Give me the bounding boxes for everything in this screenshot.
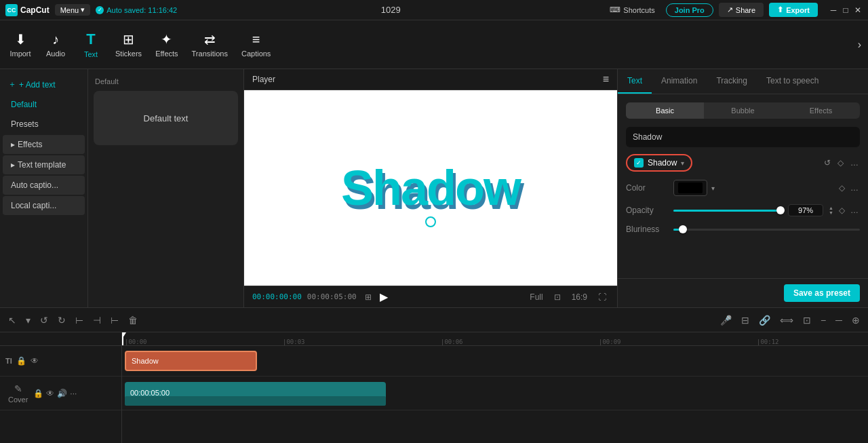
save-preset-button[interactable]: Save as preset — [784, 284, 860, 302]
select-tool-button[interactable]: ↖ — [5, 312, 19, 328]
ruler-tick-4: |00:12 — [757, 339, 779, 345]
main-more-icon[interactable]: ··· — [70, 389, 77, 398]
sidebar-item-auto-caption[interactable]: Auto captio... — [3, 176, 85, 195]
trim-right-button[interactable]: ⊢ — [108, 312, 121, 328]
play-button[interactable]: ▶ — [380, 290, 388, 303]
split-audio-button[interactable]: ⟺ — [777, 312, 796, 328]
timeline-ruler: |00:00 |00:03 |00:06 |00:09 |00:12 — [122, 332, 868, 346]
toolbar-transitions[interactable]: ⇄ Transitions — [185, 27, 235, 62]
toolbar-audio-label: Audio — [46, 50, 65, 58]
player-menu-button[interactable]: ≡ — [603, 73, 609, 85]
tab-animation[interactable]: Animation — [652, 69, 707, 94]
tab-tracking[interactable]: Tracking — [707, 69, 757, 94]
multicam-button[interactable]: ⊡ — [800, 312, 814, 328]
add-text-button[interactable]: ＋ + Add text — [0, 75, 87, 94]
default-text-card[interactable]: Default text — [94, 91, 238, 145]
zoom-slider[interactable]: ─ — [833, 312, 845, 328]
color-dropdown-button[interactable]: ▾ — [711, 185, 715, 192]
share-button[interactable]: ↗ Share — [719, 3, 764, 17]
bluriness-thumb[interactable] — [679, 225, 687, 233]
sidebar-item-text-template[interactable]: ▸ Text template — [3, 155, 85, 174]
cover-button[interactable]: ✎ Cover — [5, 381, 31, 406]
opacity-fill — [673, 210, 781, 212]
tab-text[interactable]: Text — [618, 69, 652, 94]
toolbar-import[interactable]: ⬇ Import — [3, 27, 38, 62]
sidebar-item-local-caption[interactable]: Local capti... — [3, 196, 85, 215]
toolbar-text[interactable]: T Text — [73, 26, 108, 62]
delete-button[interactable]: 🗑 — [125, 312, 140, 328]
close-button[interactable]: ✕ — [853, 5, 863, 15]
right-panel-tabs: Text Animation Tracking Text to speech — [618, 69, 868, 94]
opacity-value-input[interactable] — [788, 204, 823, 216]
menu-button[interactable]: Menu ▾ — [55, 4, 91, 16]
main-visibility-icon[interactable]: 👁 — [46, 389, 54, 398]
opacity-row: Opacity ▲ ▼ ◇ … — [626, 204, 860, 216]
color-swatch[interactable] — [673, 180, 707, 196]
reset-button[interactable]: ↺ — [823, 158, 832, 168]
zoom-fit-button[interactable]: ⊕ — [849, 312, 863, 328]
effect-tab-effects[interactable]: Effects — [782, 102, 860, 119]
opacity-more-button[interactable]: … — [849, 206, 860, 215]
opacity-keyframe-button[interactable]: ◇ — [837, 206, 846, 215]
toolbar-stickers[interactable]: ⊞ Stickers — [108, 27, 149, 62]
toolbar-audio[interactable]: ♪ Audio — [38, 28, 73, 62]
lock-icon[interactable]: 🔒 — [16, 356, 26, 366]
timeline-body: TI 🔒 👁 ✎ Cover 🔒 👁 🔊 ··· — [0, 332, 868, 443]
keyframe-button[interactable]: ◇ — [836, 158, 845, 168]
toolbar-more-button[interactable]: › — [854, 35, 865, 55]
visibility-icon[interactable]: 👁 — [31, 356, 39, 366]
split-button[interactable]: ⊢ — [73, 312, 86, 328]
sidebar-item-default[interactable]: Default — [3, 95, 85, 114]
screenshot-button[interactable]: ⊡ — [551, 291, 564, 303]
join-pro-button[interactable]: Join Pro — [666, 3, 713, 17]
tab-text-to-speech[interactable]: Text to speech — [757, 69, 828, 94]
color-more-button[interactable]: … — [849, 183, 860, 193]
maximize-button[interactable]: □ — [841, 5, 850, 15]
player-canvas: Shadow — [244, 90, 617, 286]
main-area: ＋ + Add text Default Presets ▸ Effects ▸… — [0, 69, 868, 307]
shadow-effect-chip[interactable]: ✓ Shadow ▾ — [626, 154, 692, 172]
playhead[interactable] — [122, 332, 123, 345]
opacity-label: Opacity — [626, 206, 673, 215]
project-id: 1029 — [182, 5, 599, 15]
trim-left-button[interactable]: ⊣ — [90, 312, 104, 328]
text-clip-shadow[interactable]: Shadow — [125, 351, 257, 371]
effect-name-input[interactable] — [626, 127, 860, 147]
main-lock-icon[interactable]: 🔒 — [33, 389, 43, 398]
left-sidebar: ＋ + Add text Default Presets ▸ Effects ▸… — [0, 69, 88, 307]
effect-tab-bubble[interactable]: Bubble — [704, 102, 782, 119]
fullscreen-button[interactable]: ⛶ — [595, 291, 609, 303]
playhead-handle[interactable] — [122, 332, 126, 338]
main-audio-icon[interactable]: 🔊 — [57, 389, 67, 398]
select-dropdown[interactable]: ▾ — [23, 312, 33, 328]
bluriness-track[interactable] — [673, 229, 860, 231]
link-button[interactable]: 🔗 — [756, 312, 773, 328]
shortcuts-button[interactable]: ⌨ Shortcuts — [604, 3, 660, 16]
undo-button[interactable]: ↺ — [37, 312, 51, 328]
more-options-button[interactable]: … — [849, 158, 860, 168]
zoom-full-button[interactable]: Full — [527, 291, 545, 303]
snap-button[interactable]: ⊟ — [738, 312, 752, 328]
zoom-out-button[interactable]: − — [818, 312, 829, 328]
logo-icon: CC — [5, 4, 18, 16]
timeline-grid-button[interactable]: ⊞ — [362, 291, 374, 303]
aspect-ratio-button[interactable]: 16:9 — [569, 291, 590, 303]
sidebar-item-effects[interactable]: ▸ Effects — [3, 135, 85, 154]
export-button[interactable]: ⬆ Export — [769, 3, 818, 17]
timeline-track-labels: TI 🔒 👁 ✎ Cover 🔒 👁 🔊 ··· — [0, 332, 122, 443]
autosave-icon: ✓ — [96, 6, 104, 14]
toolbar-effects[interactable]: ✦ Effects — [149, 27, 184, 62]
opacity-step-down[interactable]: ▼ — [827, 210, 835, 215]
mic-button[interactable]: 🎤 — [717, 312, 734, 328]
toolbar-captions[interactable]: ≡ Captions — [235, 28, 277, 62]
minimize-button[interactable]: ─ — [829, 5, 838, 15]
cursor-indicator — [425, 216, 436, 227]
opacity-stepper: ▲ ▼ — [827, 206, 835, 215]
opacity-step-up[interactable]: ▲ — [827, 206, 835, 210]
effect-tab-basic[interactable]: Basic — [626, 102, 704, 119]
redo-button[interactable]: ↻ — [55, 312, 68, 328]
sidebar-item-presets[interactable]: Presets — [3, 115, 85, 134]
opacity-thumb[interactable] — [776, 206, 785, 214]
opacity-track[interactable] — [673, 210, 784, 212]
color-keyframe-button[interactable]: ◇ — [837, 183, 846, 193]
